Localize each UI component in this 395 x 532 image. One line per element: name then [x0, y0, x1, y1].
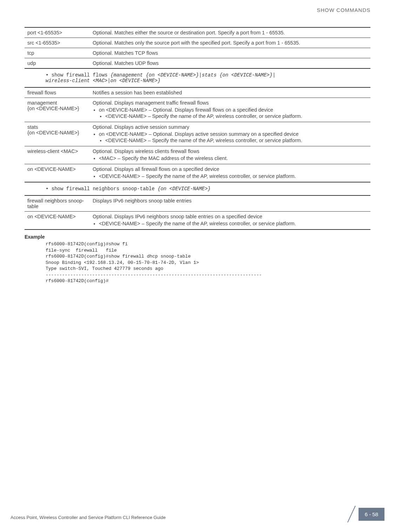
bullet-list: <DEVICE-NAME> – Specify the name of the … [93, 221, 368, 226]
bullet-text: on <DEVICE-NAME> – Optional. Displays ac… [99, 131, 299, 137]
table-row: src <1-65535> Optional. Matches only the… [25, 38, 370, 48]
bullet-list: <DEVICE-NAME> – Specify the name of the … [93, 173, 368, 179]
command-args: {on <DEVICE-NAME>} [158, 186, 210, 192]
param-desc: Optional. Displays active session summar… [90, 122, 370, 146]
command-syntax-2: • show firewall neighbors snoop-table {o… [46, 186, 370, 192]
slash-decoration [343, 506, 359, 522]
param-desc: Optional. Matches TCP flows [90, 48, 370, 58]
table-row: tcp Optional. Matches TCP flows [25, 48, 370, 58]
param-name: management {on <DEVICE-NAME>} [25, 98, 90, 122]
table-row: firewall flows Notifies a session has be… [25, 87, 370, 98]
param-desc: Optional. Matches UDP flows [90, 58, 370, 69]
table-row: port <1-65535> Optional. Matches either … [25, 27, 370, 38]
param-name: src <1-65535> [25, 38, 90, 48]
param-desc: Displays IPv6 neighbors snoop table entr… [90, 195, 370, 212]
desc-text: Optional. Displays IPv6 neighbors snoop … [93, 214, 262, 219]
list-item: <DEVICE-NAME> – Specify the name of the … [99, 173, 368, 179]
page-number: 6 - 58 [359, 508, 384, 521]
param-name: udp [25, 58, 90, 69]
example-code-block: rfs6000-81742D(config)#show fi file-sync… [46, 241, 370, 284]
command-prefix: • show firewall neighbors snoop-table [46, 186, 158, 192]
param-name: on <DEVICE-NAME> [25, 164, 90, 182]
table-row: firewall neighbors snoop-table Displays … [25, 195, 370, 212]
sub-list: <DEVICE-NAME> – Specify the name of the … [99, 138, 368, 143]
parameter-table-2: firewall flows Notifies a session has be… [25, 87, 370, 182]
param-desc: Notifies a session has been established [90, 87, 370, 98]
bullet-list: on <DEVICE-NAME> – Optional. Displays fi… [93, 107, 368, 119]
parameter-table-3: firewall neighbors snoop-table Displays … [25, 195, 370, 230]
bullet-list: on <DEVICE-NAME> – Optional. Displays ac… [93, 131, 368, 143]
list-item: on <DEVICE-NAME> – Optional. Displays ac… [99, 131, 368, 143]
table-row: udp Optional. Matches UDP flows [25, 58, 370, 69]
param-desc: Optional. Displays IPv6 neighbors snoop … [90, 212, 370, 230]
header-section: SHOW COMMANDS [25, 7, 370, 13]
param-name: firewall neighbors snoop-table [25, 195, 90, 212]
desc-text: Optional. Displays active session summar… [93, 124, 189, 130]
param-name: firewall flows [25, 87, 90, 98]
list-item: on <DEVICE-NAME> – Optional. Displays fi… [99, 107, 368, 119]
desc-text: Optional. Displays all firewall flows on… [93, 166, 219, 172]
sub-list: <DEVICE-NAME> – Specify the name of the … [99, 113, 368, 119]
list-item: <DEVICE-NAME> – Specify the name of the … [105, 113, 368, 119]
table-row: management {on <DEVICE-NAME>} Optional. … [25, 98, 370, 122]
param-desc: Optional. Displays management traffic fi… [90, 98, 370, 122]
param-name: port <1-65535> [25, 27, 90, 38]
table-row: on <DEVICE-NAME> Optional. Displays all … [25, 164, 370, 182]
bullet-text: on <DEVICE-NAME> – Optional. Displays fi… [99, 107, 273, 113]
command-prefix: • show firewall flows [46, 72, 111, 78]
desc-text: Optional. Displays wireless clients fire… [93, 148, 200, 154]
param-desc: Optional. Matches either the source or d… [90, 27, 370, 38]
footer-text: Access Point, Wireless Controller and Se… [11, 515, 166, 520]
param-name: tcp [25, 48, 90, 58]
table-row: stats {on <DEVICE-NAME>} Optional. Displ… [25, 122, 370, 146]
param-desc: Optional. Displays all firewall flows on… [90, 164, 370, 182]
command-syntax-1: • show firewall flows {management {on <D… [46, 72, 370, 84]
param-desc: Optional. Matches only the source port w… [90, 38, 370, 48]
desc-text: Optional. Displays management traffic fi… [93, 100, 209, 106]
list-item: <DEVICE-NAME> – Specify the name of the … [105, 138, 368, 143]
list-item: <DEVICE-NAME> – Specify the name of the … [99, 221, 368, 226]
param-name: on <DEVICE-NAME> [25, 212, 90, 230]
param-name: stats {on <DEVICE-NAME>} [25, 122, 90, 146]
param-desc: Optional. Displays wireless clients fire… [90, 146, 370, 164]
param-name: wireless-client <MAC> [25, 146, 90, 164]
footer-page: 6 - 58 [343, 506, 384, 522]
table-row: on <DEVICE-NAME> Optional. Displays IPv6… [25, 212, 370, 230]
bullet-list: <MAC> – Specify the MAC address of the w… [93, 155, 368, 161]
list-item: <MAC> – Specify the MAC address of the w… [99, 155, 368, 161]
example-heading: Example [25, 234, 370, 240]
table-row: wireless-client <MAC> Optional. Displays… [25, 146, 370, 164]
parameter-table-1: port <1-65535> Optional. Matches either … [25, 27, 370, 69]
